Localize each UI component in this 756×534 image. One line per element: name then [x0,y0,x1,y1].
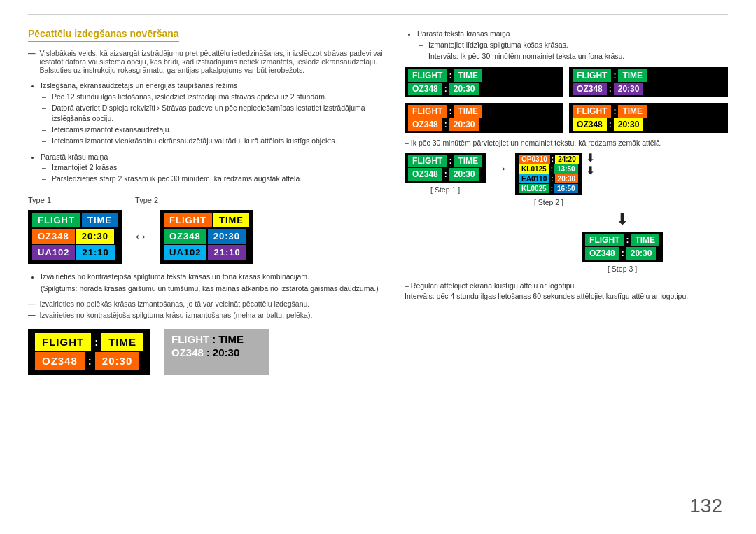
t2-oz-time-cell: 20:30 [208,229,246,244]
gg-flight: FLIGHT [408,69,447,82]
right-boards-grid: FLIGHT : TIME OZ348 : 20:30 FLIGHT : TIM… [405,67,728,133]
bullet-item-2: Parastā krāsu maiņa Izmantojiet 2 krāsas… [41,151,384,185]
s3-flight: FLIGHT [585,234,624,246]
s3-2030: 20:30 [626,247,657,260]
t2-flight-cell: FLIGHT [164,213,212,227]
bb-flight-label: FLIGHT [35,333,91,351]
s3-oz: OZ348 [585,247,620,260]
step3-area: ⬇ FLIGHT : TIME OZ348 : 20:30 [ Step 3 ] [517,211,728,273]
bb-colon1: : [92,333,100,351]
gp-2030: 20:30 [614,83,644,95]
bullet-list-main: Izslēgšana, ekrānsaudzētājs un enerģijas… [28,80,384,185]
step2-label: [ Step 2 ] [534,198,564,206]
type2-board: FLIGHT TIME OZ348 20:30 UA102 21:10 [160,210,253,264]
arrow-right-icon: → [493,160,508,178]
board-green-green: FLIGHT : TIME OZ348 : 20:30 [405,67,564,97]
t2-ua-cell: UA102 [164,245,206,260]
board-orange-orange: FLIGHT : TIME OZ348 : 20:30 [405,103,564,133]
bg-time-cell: 20:30 [213,346,239,358]
s1-flight: FLIGHT [408,155,447,167]
gg-time: TIME [454,69,482,82]
step3-label: [ Step 3 ] [608,265,637,273]
bg-oz-cell: OZ348 [172,346,204,358]
board-orange-yellow: FLIGHT : TIME OZ348 : 20:30 [569,103,728,133]
right-dash-2: Intervāls: Ik pēc 30 minūtēm nomainiet t… [428,51,728,62]
s2-r2-label: KL0125 [519,164,550,174]
oy-2030: 20:30 [614,118,644,131]
s2-r1-label: OP0310 [519,155,550,164]
board-green-purple: FLIGHT : TIME OZ348 : 20:30 [569,67,728,97]
dash-item-6: Pārslēdzieties starp 2 krāsām ik pēc 30 … [52,174,384,185]
dash-item-5: Izmantojiet 2 krāsas [52,162,384,174]
oo-2030: 20:30 [449,118,479,131]
final-note-2: Intervāls: pēc 4 stundu ilgas lietošanas… [405,292,728,300]
s3-time: TIME [631,234,659,246]
s2-r3-label: EA0110 [519,174,550,183]
oy-flight: FLIGHT [573,105,611,118]
t1-time-cell: TIME [82,213,118,227]
s2-r4-label: KL0025 [519,184,550,193]
t1-ua-time-cell: 21:10 [76,245,114,260]
right-dash-1: Izmantojiet līdzīga spilgtuma košas krās… [428,40,728,51]
type1-board: FLIGHT TIME OZ348 20:30 UA102 21:10 [28,210,122,264]
bg-flight-label: FLIGHT [172,333,209,345]
note-burn-in: Vislabākais veids, kā aizsargāt izstrādā… [28,49,384,74]
bg-colon2: : [206,346,210,358]
left-column: Pēcattēlu izdegšanas novēršana Vislabāka… [28,28,384,375]
top-rule [28,14,728,15]
dash-item-4: Ieteicams izmantot vienkrāsainu ekrānsau… [52,136,384,147]
step1-label: [ Step 1 ] [430,185,460,194]
s2-r2-val: 13:50 [554,164,578,174]
t1-oz-cell: OZ348 [32,229,75,244]
bg-colon1: : [212,333,216,345]
oo-time: TIME [454,105,482,118]
oo-flight: FLIGHT [408,105,447,118]
t1-ua-cell: UA102 [32,245,75,260]
step1-board: FLIGHT : TIME OZ348 : 20:30 [405,153,486,183]
dash-item-3: Ieteicams izmantot ekrānsaudzētāju. [52,125,384,136]
page-number: 132 [690,495,722,517]
gg-2030: 20:30 [449,83,479,95]
t2-oz-cell: OZ348 [164,229,206,244]
s1-time: TIME [454,155,482,167]
gp-flight: FLIGHT [573,69,611,82]
s1-2030: 20:30 [449,168,479,181]
oo-oz: OZ348 [408,118,442,131]
swap-arrow-icon: ↔ [133,227,148,246]
down-arrow-1-icon: ⬇ [586,153,595,164]
down-arrow-step3-icon: ⬇ [616,211,629,229]
step2-board: OP0310 : 24:20 KL0125 : 13:50 EA0110 [515,153,582,195]
oy-oz: OZ348 [573,118,607,131]
bottom-board-black: FLIGHT : TIME OZ348 : 20:30 [28,329,150,375]
steps-container: FLIGHT : TIME OZ348 : 20:30 [ Step 1 ] → [405,153,728,206]
right-bullet-1: Parastā teksta krāsas maiņa Izmantojiet … [417,28,728,62]
dash-item-1: Pēc 12 stundu ilgas lietošanas, izslēdzi… [52,92,384,103]
dash-list-1: Pēc 12 stundu ilgas lietošanas, izslēdzi… [41,92,384,147]
bg-time-label: TIME [218,333,244,345]
bottom-boards-row: FLIGHT : TIME OZ348 : 20:30 FLIGHT : TIM… [28,329,384,375]
type2-label: Type 2 [135,196,158,204]
right-dash-list: Izmantojiet līdzīga spilgtuma košas krās… [417,40,728,62]
gp-oz: OZ348 [573,83,607,95]
oy-time: TIME [618,105,647,118]
note-contrast-gray: Izvairieties no kontrastējoša spilgtuma … [28,311,384,319]
note-contrast: Izvairieties no kontrastējoša spilgtuma … [41,271,384,295]
dash-list-2: Izmantojiet 2 krāsas Pārslēdzieties star… [41,162,384,185]
step-note: – Ik pēc 30 minūtēm pārvietojiet un noma… [405,139,728,147]
bullet-item-1: Izslēgšana, ekrānsaudzētājs un enerģijas… [41,80,384,147]
flight-boards-comparison: FLIGHT TIME OZ348 20:30 UA102 21:10 ↔ [28,210,384,264]
section-title: Pēcattēlu izdegšanas novēršana [28,28,179,42]
notes-list: Izvairieties no kontrastējoša spilgtuma … [28,271,384,295]
s2-r1-val: 24:20 [555,155,579,164]
type1-label: Type 1 [28,196,51,204]
right-column: Parastā teksta krāsas maiņa Izmantojiet … [405,28,728,375]
bottom-board-gray: FLIGHT : TIME OZ348 : 20:30 [164,329,270,375]
step1-block: FLIGHT : TIME OZ348 : 20:30 [ Step 1 ] [405,153,486,194]
step3-board: FLIGHT : TIME OZ348 : 20:30 [582,232,663,262]
t1-flight-cell: FLIGHT [32,213,80,227]
s2-r3-val: 20:30 [555,174,579,183]
s1-oz: OZ348 [408,168,442,181]
note-gray: Izvairieties no pelēkās krāsas izmantoša… [28,300,384,308]
gp-time: TIME [618,69,647,82]
right-bullet-list: Parastā teksta krāsas maiņa Izmantojiet … [405,28,728,62]
